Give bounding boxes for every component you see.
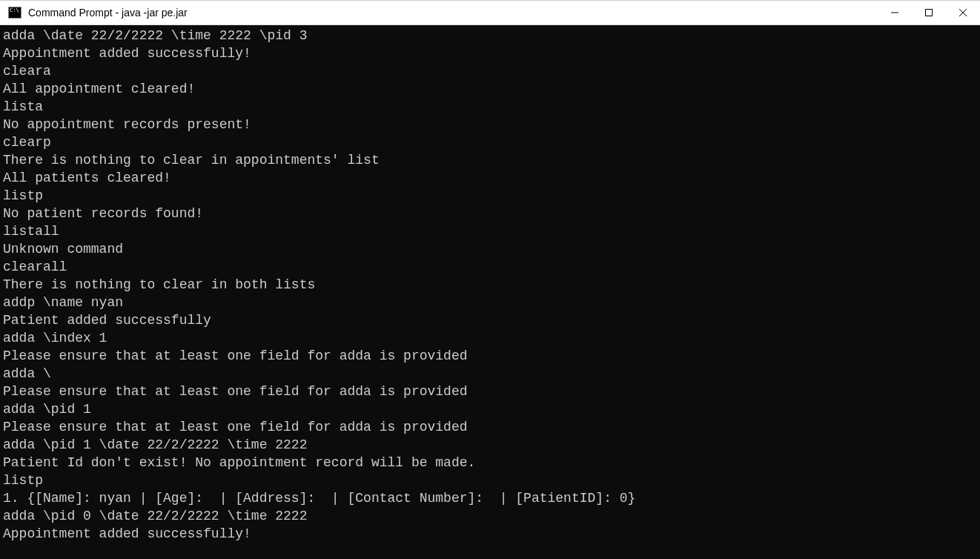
terminal-line: Appointment added successfully!: [3, 525, 977, 543]
terminal-line: adda \pid 1 \date 22/2/2222 \time 2222: [3, 436, 977, 454]
command-prompt-window: Command Prompt - java -jar pe.jar adda \…: [0, 0, 980, 559]
window-title: Command Prompt - java -jar pe.jar: [28, 7, 878, 19]
terminal-line: listall: [3, 222, 977, 240]
minimize-icon: [891, 9, 898, 16]
terminal-line: cleara: [3, 62, 977, 80]
terminal-output[interactable]: adda \date 22/2/2222 \time 2222 \pid 3Ap…: [0, 25, 980, 559]
terminal-line: adda \index 1: [3, 329, 977, 347]
terminal-line: No patient records found!: [3, 205, 977, 222]
terminal-line: Please ensure that at least one field fo…: [3, 418, 977, 436]
terminal-line: Appointment added successfully!: [3, 44, 977, 62]
terminal-line: No appointment records present!: [3, 116, 977, 133]
app-icon: [7, 6, 22, 19]
terminal-line: All patients cleared!: [3, 169, 977, 187]
terminal-line: There is nothing to clear in both lists: [3, 276, 977, 294]
maximize-icon: [925, 9, 933, 16]
command-prompt-icon: [8, 7, 21, 19]
close-button[interactable]: [946, 1, 980, 24]
terminal-line: adda \: [3, 365, 977, 383]
window-controls: [878, 1, 980, 24]
maximize-button[interactable]: [912, 1, 946, 24]
close-icon: [959, 8, 967, 17]
terminal-line: adda \pid 0 \date 22/2/2222 \time 2222: [3, 507, 977, 525]
terminal-line: listp: [3, 472, 977, 489]
terminal-line: Please ensure that at least one field fo…: [3, 383, 977, 400]
minimize-button[interactable]: [878, 1, 912, 24]
titlebar[interactable]: Command Prompt - java -jar pe.jar: [0, 1, 980, 25]
terminal-line: clearall: [3, 258, 977, 276]
terminal-line: clearp: [3, 133, 977, 151]
terminal-line: adda \pid 1: [3, 400, 977, 418]
terminal-line: 1. {[Name]: nyan | [Age]: | [Address]: |…: [3, 489, 977, 507]
terminal-line: addp \name nyan: [3, 294, 977, 311]
terminal-line: adda \date 22/2/2222 \time 2222 \pid 3: [3, 27, 977, 44]
terminal-line: Patient added successfully: [3, 311, 977, 329]
terminal-line: Patient Id don't exist! No appointment r…: [3, 454, 977, 472]
terminal-line: lista: [3, 98, 977, 116]
terminal-line: All appointment cleared!: [3, 80, 977, 98]
terminal-line: Unknown command: [3, 240, 977, 258]
terminal-line: Please ensure that at least one field fo…: [3, 347, 977, 365]
terminal-line: listp: [3, 187, 977, 205]
terminal-line: There is nothing to clear in appointment…: [3, 151, 977, 169]
svg-rect-1: [926, 10, 933, 16]
